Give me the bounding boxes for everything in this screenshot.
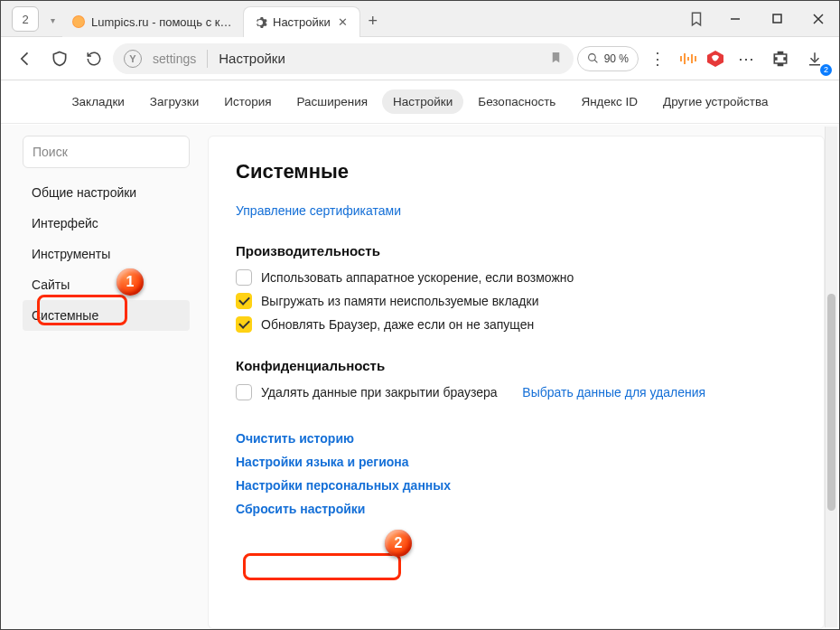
back-button[interactable]	[10, 43, 41, 74]
link-manage-certificates[interactable]: Управление сертификатами	[236, 203, 401, 218]
svg-rect-9	[684, 53, 686, 64]
subhead-performance: Производительность	[236, 243, 797, 259]
bookmarks-icon[interactable]	[678, 1, 714, 36]
settings-content: Поиск Общие настройки Интерфейс Инструме…	[1, 125, 839, 629]
perf-option-label: Использовать аппаратное ускорение, если …	[261, 270, 574, 285]
svg-point-1	[73, 16, 84, 27]
nav-other-devices[interactable]: Другие устройства	[652, 89, 779, 114]
nav-history[interactable]: История	[213, 89, 282, 114]
new-tab-button[interactable]: +	[360, 6, 386, 36]
downloads-button[interactable]: 2	[799, 43, 830, 74]
close-tab-icon[interactable]: ✕	[336, 15, 350, 30]
settings-main-panel: Системные Управление сертификатами Произ…	[208, 136, 825, 629]
svg-point-6	[588, 54, 595, 61]
address-domain: settings	[153, 52, 196, 66]
scrollbar-thumb[interactable]	[827, 294, 835, 511]
shield-icon[interactable]	[44, 43, 75, 74]
vertical-scrollbar[interactable]	[825, 127, 837, 627]
window-titlebar: 2 ▾ Lumpics.ru - помощь с ком Настройки …	[1, 1, 839, 37]
bookmark-icon[interactable]	[549, 51, 563, 67]
tab-counter[interactable]: 2	[12, 6, 39, 32]
address-title: Настройки	[219, 51, 285, 66]
extensions-icon[interactable]	[765, 43, 796, 74]
link-reset-settings[interactable]: Сбросить настройки	[236, 502, 797, 516]
checkbox-icon[interactable]	[236, 269, 252, 286]
privacy-option-label: Удалять данные при закрытии браузера	[261, 385, 498, 400]
svg-rect-11	[691, 54, 693, 63]
svg-rect-8	[680, 56, 682, 61]
window-minimize-button[interactable]	[714, 1, 756, 36]
browser-toolbar: Y settings Настройки 90 % ⋮ ⋯ 2	[1, 37, 839, 80]
sidebar-item-interface[interactable]: Интерфейс	[23, 208, 190, 239]
settings-search-input[interactable]: Поиск	[23, 136, 190, 168]
nav-bookmarks[interactable]: Закладки	[61, 89, 135, 114]
nav-settings[interactable]: Настройки	[382, 89, 463, 114]
tab-lumpics[interactable]: Lumpics.ru - помощь с ком	[62, 6, 243, 37]
nav-security[interactable]: Безопасность	[467, 89, 566, 114]
perf-option-bg-update[interactable]: Обновлять Браузер, даже если он не запущ…	[236, 316, 797, 333]
link-clear-history[interactable]: Очистить историю	[236, 431, 797, 446]
nav-extensions[interactable]: Расширения	[286, 89, 379, 114]
tab-counter-chevron-icon[interactable]: ▾	[42, 5, 62, 36]
tab-title: Lumpics.ru - помощь с ком	[91, 15, 234, 29]
window-maximize-button[interactable]	[756, 1, 798, 36]
divider	[207, 50, 208, 68]
link-personal-data[interactable]: Настройки персональных данных	[236, 478, 797, 493]
checkbox-icon[interactable]	[236, 384, 252, 400]
link-lang-region[interactable]: Настройки языка и региона	[236, 455, 797, 469]
perf-option-hwaccel[interactable]: Использовать аппаратное ускорение, если …	[236, 269, 797, 286]
tab-title: Настройки	[273, 15, 331, 29]
nav-downloads[interactable]: Загрузки	[139, 89, 210, 114]
settings-sidebar: Поиск Общие настройки Интерфейс Инструме…	[23, 136, 190, 629]
checkbox-icon[interactable]	[236, 316, 252, 333]
downloads-count-badge: 2	[820, 64, 832, 76]
more-menu-icon[interactable]: ⋮	[642, 43, 673, 74]
sidebar-item-general[interactable]: Общие настройки	[23, 177, 190, 208]
sidebar-item-sites[interactable]: Сайты	[23, 269, 190, 300]
svg-line-7	[594, 60, 597, 62]
svg-rect-10	[687, 57, 689, 61]
yandex-icon: Y	[124, 50, 142, 68]
settings-top-nav: Закладки Загрузки История Расширения Нас…	[1, 80, 839, 124]
perf-option-label: Выгружать из памяти неиспользуемые вклад…	[261, 294, 538, 308]
nav-yandex-id[interactable]: Яндекс ID	[570, 89, 649, 114]
privacy-option-clear-on-close[interactable]: Удалять данные при закрытии браузера Выб…	[236, 384, 797, 400]
ext-adblock-icon[interactable]	[704, 47, 727, 71]
favicon-lumpics-icon	[71, 14, 86, 29]
overflow-icon[interactable]: ⋯	[731, 43, 761, 74]
window-close-button[interactable]	[798, 1, 839, 36]
reload-button[interactable]	[79, 43, 109, 74]
checkbox-icon[interactable]	[236, 293, 252, 309]
sidebar-item-system[interactable]: Системные	[23, 300, 190, 331]
ext-soundbars-icon[interactable]	[677, 47, 700, 71]
sidebar-item-tools[interactable]: Инструменты	[23, 239, 190, 269]
zoom-value: 90 %	[604, 52, 629, 65]
zoom-indicator[interactable]: 90 %	[577, 46, 639, 71]
svg-rect-12	[695, 56, 696, 61]
address-bar[interactable]: Y settings Настройки	[113, 43, 574, 74]
perf-option-label: Обновлять Браузер, даже если он не запущ…	[261, 317, 534, 332]
gear-icon	[253, 15, 267, 30]
svg-rect-3	[773, 14, 781, 23]
subhead-privacy: Конфиденциальность	[236, 358, 797, 373]
tab-settings[interactable]: Настройки ✕	[243, 6, 360, 37]
section-title-system: Системные	[236, 160, 797, 183]
link-choose-data[interactable]: Выбрать данные для удаления	[522, 385, 705, 400]
perf-option-unload-tabs[interactable]: Выгружать из памяти неиспользуемые вклад…	[236, 293, 797, 309]
